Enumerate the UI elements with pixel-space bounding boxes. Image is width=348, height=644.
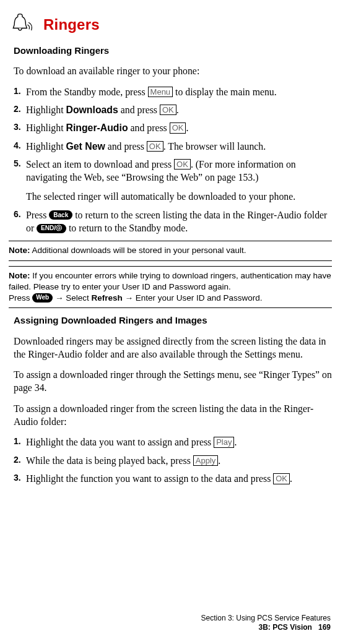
step-2: 2. Highlight Downloads and press OK. — [14, 103, 332, 116]
step-text: to return to the Standby mode. — [66, 223, 188, 233]
step-1: 1. Highlight the data you want to assign… — [14, 436, 332, 449]
ok-key: OK — [174, 159, 191, 170]
step-3: 3. Highlight the function you want to as… — [14, 472, 332, 485]
step-text: . — [290, 473, 292, 484]
menu-key: Menu — [148, 87, 173, 98]
step-text: Press — [26, 210, 49, 220]
assign-para-2: To assign a downloaded ringer through th… — [14, 368, 332, 395]
step-number: 3. — [14, 121, 21, 133]
step-text: and press — [118, 105, 160, 115]
note-text: → Select — [53, 293, 91, 303]
ok-key: OK — [160, 105, 176, 116]
step-text: . — [234, 437, 237, 447]
note-text: → Enter your User ID and Password. — [123, 293, 263, 303]
step-follow-text: The selected ringer will automatically b… — [26, 190, 332, 203]
intro-text: To download an available ringer to your … — [14, 64, 332, 77]
page-title: Ringers — [43, 15, 100, 35]
assign-steps-list: 1. Highlight the data you want to assign… — [14, 436, 332, 485]
step-number: 5. — [14, 158, 21, 170]
step-number: 3. — [14, 472, 21, 484]
apply-key: Apply — [193, 455, 219, 466]
step-text: and press — [105, 141, 147, 152]
ok-key: OK — [170, 122, 186, 134]
step-text: Highlight — [26, 122, 66, 133]
step-text: Highlight — [26, 141, 66, 152]
step-text: Highlight the data you want to assign an… — [26, 437, 214, 447]
assign-para-1: Downloaded ringers may be assigned direc… — [14, 335, 332, 361]
step-6: 6. Press Back to return to the screen li… — [14, 208, 332, 235]
note-label: Note: — [9, 271, 30, 280]
step-text: . — [186, 122, 188, 133]
footer-section-line: Section 3: Using PCS Service Features — [201, 614, 331, 624]
step-text: . — [218, 455, 220, 466]
step-number: 6. — [14, 208, 21, 220]
step-5: 5. Select an item to download and press … — [14, 158, 332, 204]
download-steps-list: 1. From the Standby mode, press Menu to … — [14, 85, 332, 235]
step-text: and press — [128, 122, 170, 133]
play-key: Play — [214, 437, 234, 448]
bell-icon — [9, 11, 36, 38]
step-number: 2. — [14, 454, 21, 466]
back-key: Back — [49, 210, 72, 220]
note-label: Note: — [9, 246, 30, 255]
menu-item-get-new: Get New — [66, 141, 105, 152]
step-4: 4. Highlight Get New and press OK. The b… — [14, 140, 332, 153]
end-key: END/ⓞ — [37, 224, 66, 233]
step-1: 1. From the Standby mode, press Menu to … — [14, 85, 332, 98]
step-text: From the Standby mode, press — [26, 87, 148, 97]
page-header: Ringers — [9, 11, 332, 38]
step-text: Highlight the function you want to assig… — [26, 473, 273, 484]
step-number: 4. — [14, 140, 21, 152]
step-text: to display the main menu. — [173, 87, 277, 97]
step-3: 3. Highlight Ringer-Audio and press OK. — [14, 121, 332, 134]
step-2: 2. While the data is being played back, … — [14, 454, 332, 467]
step-text: While the data is being played back, pre… — [26, 455, 193, 466]
footer-subsection: 3B: PCS Vision — [258, 623, 311, 632]
step-text: . — [176, 105, 179, 115]
menu-item-downloads: Downloads — [66, 105, 118, 115]
heading-assigning: Assigning Downloaded Ringers and Images — [14, 314, 332, 327]
assign-para-3: To assign a downloaded ringer from the s… — [14, 402, 332, 429]
ok-key: OK — [147, 141, 163, 152]
step-number: 1. — [14, 436, 21, 447]
step-text: Highlight — [26, 105, 66, 115]
ok-key: OK — [273, 473, 290, 484]
step-text: . The browser will launch. — [163, 141, 266, 152]
note-text: If you encounter errors while trying to … — [9, 271, 331, 291]
page-number: 169 — [318, 623, 331, 632]
note-text: Additional downloads will be stored in y… — [30, 246, 246, 255]
note-auth-error: Note: If you encounter errors while tryi… — [9, 266, 332, 309]
note-text: Press — [9, 293, 32, 303]
heading-downloading-ringers: Downloading Ringers — [14, 45, 332, 57]
page-footer: Section 3: Using PCS Service Features 3B… — [201, 614, 331, 633]
step-number: 2. — [14, 103, 21, 115]
step-text: Select an item to download and press — [26, 159, 174, 170]
note-vault: Note: Additional downloads will be store… — [9, 241, 332, 260]
step-number: 1. — [14, 85, 21, 97]
menu-item-refresh: Refresh — [91, 293, 122, 303]
web-key: Web — [32, 293, 53, 303]
menu-item-ringer-audio: Ringer-Audio — [66, 122, 128, 133]
